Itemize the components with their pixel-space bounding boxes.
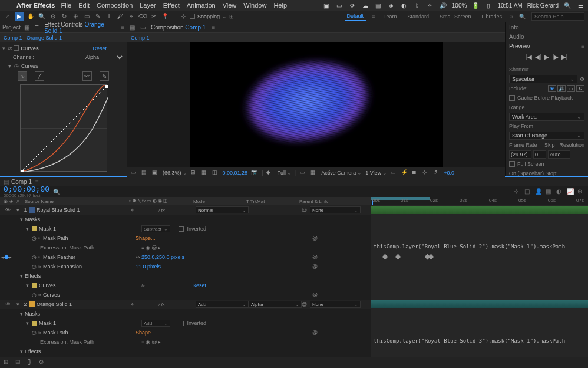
- linear-curve-tool[interactable]: ╱: [35, 71, 44, 81]
- property-value[interactable]: 11.0 pixels: [136, 264, 161, 270]
- col-parent[interactable]: Parent & Link: [299, 199, 358, 204]
- col-trkmat[interactable]: T TrkMat: [246, 199, 299, 204]
- pickwhip-icon[interactable]: @: [302, 207, 308, 213]
- menu-edit[interactable]: Edit: [78, 2, 90, 9]
- time-ruler[interactable]: 00s 01s 02s 03s 04s 05s 06s 07s: [371, 197, 588, 205]
- battery-icon[interactable]: 🔋: [471, 2, 480, 9]
- next-frame-button[interactable]: |▶: [552, 53, 559, 60]
- keyframe-nav[interactable]: ◂▸: [0, 254, 13, 260]
- panel-menu-icon[interactable]: ≡: [212, 24, 215, 31]
- volume-icon[interactable]: 🔊: [439, 2, 447, 9]
- eraser-tool-icon[interactable]: ⌫: [138, 12, 147, 21]
- channel-icon[interactable]: ◆: [266, 169, 273, 176]
- twirl-icon[interactable]: ▾: [2, 45, 8, 51]
- skip-field[interactable]: 0: [533, 150, 546, 159]
- parent-dropdown[interactable]: None⌄: [310, 301, 361, 308]
- shy-switch-icon[interactable]: ⌖: [131, 301, 134, 308]
- hide-shy-icon[interactable]: 👤: [535, 188, 542, 195]
- twirl-icon[interactable]: ▾: [20, 216, 25, 222]
- panel-grid-icon[interactable]: ▦: [24, 24, 31, 31]
- effect-controls-tab[interactable]: Effect Controls Orange Solid 1: [44, 21, 117, 34]
- shortcut-dropdown[interactable]: Spacebar⌄: [509, 75, 577, 83]
- expression-lang-icon[interactable]: ▸: [158, 339, 161, 345]
- audio-panel-header[interactable]: Audio: [506, 32, 588, 41]
- workspace-libraries[interactable]: Libraries: [479, 12, 504, 21]
- resolution-field[interactable]: Auto: [548, 150, 570, 159]
- battery-percent[interactable]: 100%: [452, 2, 467, 9]
- menu-file[interactable]: File: [61, 2, 71, 9]
- menu-extra-icon[interactable]: ◐: [400, 2, 408, 9]
- channel-dropdown[interactable]: Alpha: [83, 54, 124, 61]
- rotate-tool-icon[interactable]: ↻: [60, 12, 69, 21]
- wifi-icon[interactable]: ⟡: [426, 2, 434, 9]
- graph-editor-icon[interactable]: 📈: [567, 188, 574, 195]
- orbit-tool-icon[interactable]: ⊙: [48, 12, 58, 21]
- expression-link-icon[interactable]: ≈: [38, 235, 41, 241]
- dropbox-icon[interactable]: ◈: [387, 2, 395, 9]
- property-row[interactable]: ▾Masks: [0, 215, 588, 224]
- pickwhip-icon[interactable]: @: [312, 292, 318, 298]
- frame-blend-icon[interactable]: ▦: [546, 188, 553, 195]
- local-axis-icon[interactable]: ⊹: [179, 12, 188, 21]
- expression-text[interactable]: thisComp.layer("Royal Blue Solid 2").mas…: [374, 244, 565, 249]
- keyframe-icon[interactable]: [382, 254, 388, 260]
- property-row[interactable]: ▾CurvesfxReset: [0, 281, 588, 290]
- visibility-icon[interactable]: 👁: [5, 207, 11, 213]
- expression-link-icon[interactable]: ≈: [38, 264, 41, 270]
- pickwhip-icon[interactable]: @: [302, 301, 308, 307]
- expression-lang-icon[interactable]: ▸: [158, 245, 161, 251]
- blend-mode-dropdown[interactable]: Add⌄: [196, 301, 249, 308]
- expression-pickwhip-icon[interactable]: @: [151, 339, 157, 345]
- mask-color-chip[interactable]: [32, 226, 37, 231]
- workspace-standard[interactable]: Standard: [405, 12, 431, 21]
- curves-graph[interactable]: [20, 84, 107, 172]
- selection-tool-icon[interactable]: ▶: [15, 12, 24, 21]
- inverted-checkbox[interactable]: [179, 321, 184, 326]
- text-tool-icon[interactable]: T: [104, 12, 114, 21]
- keyframe-icon[interactable]: [428, 254, 434, 260]
- panel-flow-icon[interactable]: ▦: [130, 24, 137, 31]
- clock[interactable]: 10:51 AM: [497, 2, 522, 9]
- pickwhip-icon[interactable]: @: [312, 254, 318, 260]
- fx-enable-checkbox[interactable]: [14, 45, 19, 51]
- notification-icon[interactable]: ☰: [576, 2, 584, 9]
- preview-panel-header[interactable]: Preview≡: [506, 41, 588, 51]
- layer-name[interactable]: Orange Solid 1: [37, 301, 72, 307]
- hand-tool-icon[interactable]: ✋: [26, 12, 35, 21]
- stocks-icon[interactable]: ▤: [374, 2, 382, 9]
- curves-effect-name[interactable]: Curves: [21, 45, 68, 51]
- twirl-icon[interactable]: ▾: [26, 320, 31, 326]
- fx-switch-icon[interactable]: / fx: [158, 302, 165, 307]
- property-value[interactable]: Shape...: [136, 235, 156, 241]
- timeline-icon[interactable]: ≣: [412, 169, 419, 176]
- grid-icon[interactable]: ▦: [201, 169, 209, 176]
- stopwatch-icon[interactable]: ◷: [32, 254, 37, 260]
- property-row[interactable]: ◷≈Mask Expansion11.0 pixels@: [0, 262, 588, 271]
- user-name[interactable]: Rick Gerard: [527, 2, 559, 9]
- fx-switch-icon[interactable]: / fx: [158, 208, 165, 213]
- expression-link-icon[interactable]: ≈: [38, 292, 41, 298]
- property-row[interactable]: ▾Masks: [0, 309, 588, 318]
- property-value[interactable]: 250.0,250.0 pixels: [141, 254, 184, 260]
- twirl-icon[interactable]: ▾: [20, 273, 25, 279]
- col-source-name[interactable]: Source Name: [25, 199, 128, 204]
- expression-link-icon[interactable]: ≈: [38, 330, 41, 336]
- twirl-icon[interactable]: ▾: [20, 349, 25, 354]
- info-panel-header[interactable]: Info: [506, 22, 588, 32]
- menu-help[interactable]: Help: [273, 2, 287, 9]
- resolution-dropdown[interactable]: Full⌄: [277, 170, 292, 176]
- keyframe-icon[interactable]: [395, 254, 401, 260]
- playfrom-dropdown[interactable]: Start Of Range⌄: [509, 132, 584, 140]
- composition-tab[interactable]: Composition Comp 1: [151, 24, 206, 31]
- airplay-icon[interactable]: ▯: [484, 2, 493, 9]
- stopwatch-icon[interactable]: ◷: [32, 292, 37, 298]
- timeline-tab-icon[interactable]: ▤: [4, 179, 9, 185]
- comp-mini-flowchart-icon[interactable]: ⊹: [514, 188, 521, 195]
- bezier-curve-tool[interactable]: ∿: [18, 71, 27, 81]
- twirl-icon[interactable]: ▾: [8, 63, 14, 69]
- clone-tool-icon[interactable]: ⌖: [127, 12, 136, 21]
- expression-enable-icon[interactable]: ≡: [141, 245, 144, 251]
- search-help-input[interactable]: [531, 12, 584, 21]
- switches-header[interactable]: ⌖✱╲fx▭◐◉◫: [128, 198, 193, 204]
- property-row[interactable]: Expression: Mask Path≡ ◉ @ ▸thisComp.lay…: [0, 243, 588, 252]
